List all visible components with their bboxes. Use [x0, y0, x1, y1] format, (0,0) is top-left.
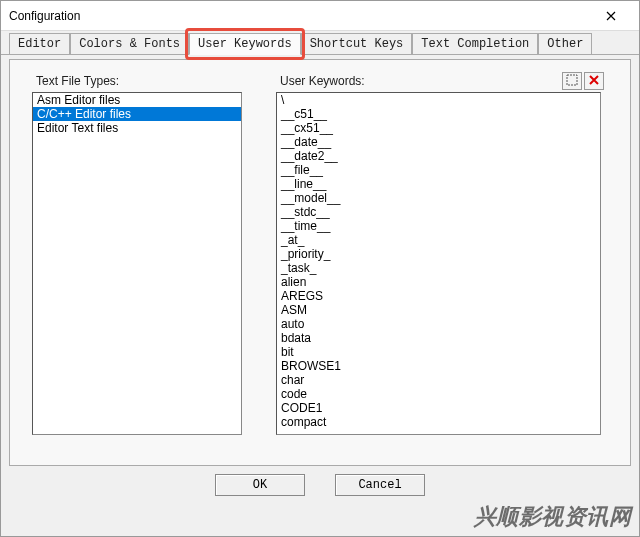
list-item[interactable]: CODE1	[277, 401, 600, 415]
tab-colors-fonts[interactable]: Colors & Fonts	[70, 33, 189, 54]
list-item[interactable]: __file__	[277, 163, 600, 177]
new-keyword-button[interactable]	[562, 72, 582, 90]
list-item[interactable]: BROWSE1	[277, 359, 600, 373]
list-item[interactable]: __date__	[277, 135, 600, 149]
delete-x-icon	[588, 74, 600, 89]
list-item[interactable]: __date2__	[277, 149, 600, 163]
select-region-icon	[566, 74, 578, 89]
list-item[interactable]: compact	[277, 415, 600, 429]
list-item[interactable]: ASM	[277, 303, 600, 317]
window-title: Configuration	[9, 9, 591, 23]
tab-user-keywords[interactable]: User Keywords	[189, 33, 301, 55]
list-item[interactable]: __line__	[277, 177, 600, 191]
list-item[interactable]: auto	[277, 317, 600, 331]
list-item[interactable]: code	[277, 387, 600, 401]
dialog-buttons: OK Cancel	[1, 474, 639, 504]
delete-keyword-button[interactable]	[584, 72, 604, 90]
list-item[interactable]: __stdc__	[277, 205, 600, 219]
user-keywords-label: User Keywords:	[280, 74, 365, 88]
list-item[interactable]: _task_	[277, 261, 600, 275]
list-item[interactable]: _at_	[277, 233, 600, 247]
tab-content: Text File Types: User Keywords: Asm Edit…	[9, 59, 631, 466]
cancel-button[interactable]: Cancel	[335, 474, 425, 496]
list-item[interactable]: bit	[277, 345, 600, 359]
text-file-types-label: Text File Types:	[36, 74, 119, 88]
list-item[interactable]: __time__	[277, 219, 600, 233]
keyword-toolbar	[562, 72, 604, 90]
list-item[interactable]: Editor Text files	[33, 121, 241, 135]
list-item[interactable]: AREGS	[277, 289, 600, 303]
list-item[interactable]: __model__	[277, 191, 600, 205]
close-icon	[606, 8, 616, 24]
tab-other[interactable]: Other	[538, 33, 592, 54]
close-button[interactable]	[591, 2, 631, 30]
watermark: 兴顺影视资讯网	[474, 502, 632, 532]
tab-text-completion[interactable]: Text Completion	[412, 33, 538, 54]
svg-rect-0	[567, 75, 577, 85]
keywords-scroll[interactable]: \__c51____cx51____date____date2____file_…	[277, 93, 600, 434]
ok-button[interactable]: OK	[215, 474, 305, 496]
list-item[interactable]: bdata	[277, 331, 600, 345]
list-item[interactable]: __c51__	[277, 107, 600, 121]
list-item[interactable]: alien	[277, 275, 600, 289]
list-item[interactable]: C/C++ Editor files	[33, 107, 241, 121]
keywords-listbox[interactable]: \__c51____cx51____date____date2____file_…	[276, 92, 601, 435]
tab-bar: EditorColors & FontsUser KeywordsShortcu…	[1, 31, 639, 55]
file-types-scroll[interactable]: Asm Editor filesC/C++ Editor filesEditor…	[33, 93, 241, 434]
tab-editor[interactable]: Editor	[9, 33, 70, 54]
file-types-listbox[interactable]: Asm Editor filesC/C++ Editor filesEditor…	[32, 92, 242, 435]
list-item[interactable]: __cx51__	[277, 121, 600, 135]
list-item[interactable]: Asm Editor files	[33, 93, 241, 107]
list-item[interactable]: \	[277, 93, 600, 107]
dialog-window: Configuration EditorColors & FontsUser K…	[0, 0, 640, 537]
title-bar: Configuration	[1, 1, 639, 31]
list-item[interactable]: char	[277, 373, 600, 387]
tab-shortcut-keys[interactable]: Shortcut Keys	[301, 33, 413, 54]
list-item[interactable]: _priority_	[277, 247, 600, 261]
